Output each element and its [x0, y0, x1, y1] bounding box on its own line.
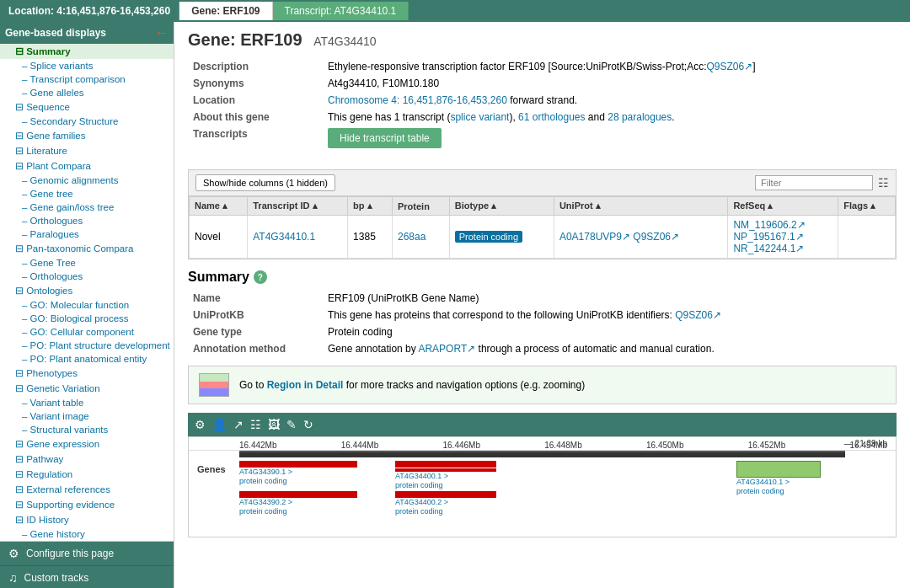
- sub-dash-gene-gain-loss: –: [22, 202, 30, 212]
- genome-settings-icon[interactable]: ⚙: [195, 418, 206, 431]
- sub-dash-transcript-comparison: –: [22, 74, 29, 84]
- transcript-filter-input[interactable]: [755, 175, 873, 190]
- genome-reset-icon[interactable]: ↻: [303, 418, 313, 431]
- araport-link[interactable]: ARAPORT↗: [418, 343, 475, 355]
- about-value: This gene has 1 transcript (splice varia…: [323, 109, 897, 126]
- genome-user-icon[interactable]: 👤: [212, 418, 227, 431]
- col-name[interactable]: Name ▴: [190, 197, 248, 216]
- hide-transcript-button[interactable]: Hide transcript table: [328, 128, 442, 148]
- col-flags[interactable]: Flags ▴: [838, 197, 896, 216]
- genome-edit-icon[interactable]: ✎: [286, 418, 297, 431]
- gene-bar-5: [736, 461, 821, 478]
- refseq-link-3[interactable]: NR_142244.1↗: [733, 243, 804, 254]
- sidebar-item-summary[interactable]: ⊟ Summary: [0, 44, 174, 59]
- col-biotype[interactable]: Biotype ▴: [449, 197, 554, 216]
- sidebar-item-regulation[interactable]: ⊟ Regulation: [0, 467, 174, 482]
- gene-id: AT4G34410: [313, 35, 376, 48]
- sidebar-item-secondary-structure[interactable]: – Secondary Structure: [0, 115, 174, 128]
- sidebar-item-phenotypes[interactable]: ⊟ Phenotypes: [0, 366, 174, 381]
- sidebar-item-structural-variants[interactable]: – Structural variants: [0, 423, 174, 436]
- sidebar-item-pan-taxonomic[interactable]: ⊟ Pan-taxonomic Compara: [0, 241, 174, 256]
- sidebar-item-gene-tree-pan[interactable]: – Gene Tree: [0, 256, 174, 270]
- sidebar-item-gene-gain-loss[interactable]: – Gene gain/loss tree: [0, 200, 174, 214]
- transcript-id-link[interactable]: AT4G34410.1: [253, 231, 315, 243]
- expand-icon-genetic-variation: ⊟: [15, 383, 26, 393]
- sidebar-item-label-secondary-structure: Secondary Structure: [30, 116, 119, 126]
- sidebar-item-go-biological[interactable]: – GO: Biological process: [0, 312, 174, 325]
- sidebar-item-external-references[interactable]: ⊟ External references: [0, 482, 174, 497]
- sidebar-item-gene-history[interactable]: – Gene history: [0, 527, 174, 541]
- refseq-link-2[interactable]: NP_195167.1↗: [733, 231, 803, 243]
- gene-bar-3: [395, 461, 496, 468]
- sidebar-item-sequence[interactable]: ⊟ Sequence: [0, 99, 174, 115]
- genome-image-icon[interactable]: 🖼: [268, 418, 280, 431]
- configure-page-button[interactable]: ⚙ Configure this page: [0, 542, 174, 566]
- sidebar-item-id-history[interactable]: ⊟ ID History: [0, 512, 174, 527]
- protein-link[interactable]: 268aa: [398, 231, 426, 243]
- col-transcript-id[interactable]: Transcript ID ▴: [248, 197, 348, 216]
- col-uniprot[interactable]: UniProt ▴: [554, 197, 727, 216]
- sidebar-item-variant-table[interactable]: – Variant table: [0, 396, 174, 409]
- sidebar-item-po-plant-anatomical[interactable]: – PO: Plant anatomical entity: [0, 352, 174, 366]
- sidebar-item-gene-tree[interactable]: – Gene tree: [0, 187, 174, 200]
- sidebar-item-label-phenotypes: Phenotypes: [26, 368, 78, 378]
- uniprot-link-2[interactable]: Q9SZ06↗: [633, 231, 679, 243]
- header-bar: Location: 4:16,451,876-16,453,260 Gene: …: [0, 0, 910, 22]
- sidebar-item-gene-expression[interactable]: ⊟ Gene expression: [0, 436, 174, 452]
- sidebar-item-splice-variants[interactable]: – Splice variants: [0, 59, 174, 72]
- expand-icon-external-references: ⊟: [15, 484, 26, 494]
- sidebar-item-pathway[interactable]: ⊟ Pathway: [0, 452, 174, 467]
- gene-name: Gene: ERF109: [188, 30, 302, 49]
- sidebar-item-supporting-evidence[interactable]: ⊟ Supporting evidence: [0, 497, 174, 512]
- ruler-mark-1: 16.442Mb: [239, 441, 276, 450]
- sub-dash-variant-image: –: [22, 411, 30, 421]
- cell-biotype: Protein coding: [449, 216, 554, 259]
- sidebar-item-variant-image[interactable]: – Variant image: [0, 409, 174, 423]
- sidebar-item-po-plant-structure[interactable]: – PO: Plant structure development: [0, 339, 174, 352]
- gene-caption-3: AT4G34400.1 >protein coding: [395, 472, 496, 490]
- summary-uniprot-link[interactable]: Q9SZ06↗: [675, 309, 721, 321]
- sidebar-item-ontologies[interactable]: ⊟ Ontologies: [0, 283, 174, 298]
- sidebar-item-plant-compara[interactable]: ⊟ Plant Compara: [0, 158, 174, 174]
- sidebar-item-go-cellular[interactable]: – GO: Cellular component: [0, 325, 174, 339]
- description-link[interactable]: Q9SZ06↗: [707, 61, 753, 72]
- sidebar-item-paralogues[interactable]: – Paralogues: [0, 227, 174, 241]
- col-refseq[interactable]: RefSeq ▴: [728, 197, 838, 216]
- sidebar-item-gene-alleles[interactable]: – Gene alleles: [0, 86, 174, 99]
- custom-tracks-button[interactable]: ♫ Custom tracks: [0, 566, 174, 588]
- sidebar-item-genetic-variation[interactable]: ⊟ Genetic Variation: [0, 381, 174, 396]
- splice-variant-link[interactable]: splice variant: [450, 111, 509, 123]
- sidebar-arrow: ←: [155, 25, 169, 40]
- region-icon: [199, 373, 229, 397]
- sidebar-item-label-pan-taxonomic: Pan-taxonomic Compara: [26, 243, 133, 254]
- show-hide-columns-button[interactable]: Show/hide columns (1 hidden): [195, 174, 335, 191]
- sidebar-item-orthologues[interactable]: – Orthologues: [0, 214, 174, 227]
- gene-caption-4: AT4G34400.2 >protein coding: [395, 498, 496, 516]
- sidebar-item-go-molecular[interactable]: – GO: Molecular function: [0, 298, 174, 312]
- region-in-detail-link[interactable]: Region in Detail: [267, 379, 344, 391]
- sidebar-item-label-gene-tree: Gene tree: [30, 189, 73, 199]
- grid-view-icon[interactable]: ☷: [878, 176, 889, 190]
- uniprot-link-1[interactable]: A0A178UVP9↗: [559, 231, 630, 243]
- genome-share-icon[interactable]: ↗: [233, 418, 244, 431]
- sidebar-item-orthologues-pan[interactable]: – Orthologues: [0, 270, 174, 283]
- orthologues-link[interactable]: 61 orthologues: [518, 111, 585, 123]
- summary-gene-type-row: Gene type Protein coding: [188, 323, 897, 340]
- location-link[interactable]: Chromosome 4: 16,451,876-16,453,260: [328, 94, 507, 106]
- gene-block-at4g34410-1: AT4G34410.1 >protein coding: [736, 461, 821, 496]
- refseq-link-1[interactable]: NM_119606.2↗: [733, 219, 805, 231]
- biotype-badge: Protein coding: [455, 231, 522, 243]
- genome-grid-icon[interactable]: ☷: [250, 418, 261, 431]
- gene-tab[interactable]: Gene: ERF109: [179, 2, 272, 20]
- col-bp[interactable]: bp ▴: [348, 197, 393, 216]
- sidebar-item-gene-families[interactable]: ⊟ Gene families: [0, 128, 174, 143]
- sidebar-item-label-ontologies: Ontologies: [26, 286, 72, 296]
- sidebar-item-transcript-comparison[interactable]: – Transcript comparison: [0, 72, 174, 86]
- transcript-tab[interactable]: Transcript: AT4G34410.1: [273, 2, 410, 20]
- col-protein[interactable]: Protein: [392, 197, 449, 216]
- sidebar-item-genomic-alignments[interactable]: – Genomic alignments: [0, 174, 174, 187]
- paralogues-link[interactable]: 28 paralogues: [608, 111, 672, 123]
- sidebar-item-literature[interactable]: ⊟ Literature: [0, 143, 174, 158]
- location-tab[interactable]: Location: 4:16,451,876-16,453,260: [0, 2, 179, 20]
- summary-help-icon[interactable]: ?: [254, 270, 267, 284]
